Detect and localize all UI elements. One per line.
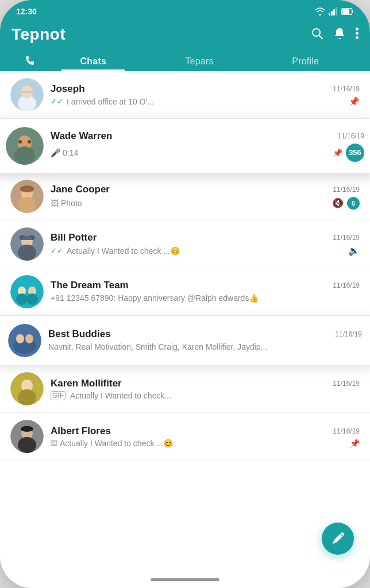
svg-point-27 [18, 245, 36, 261]
chat-date-wade: 11/16/19 [337, 132, 364, 140]
avatar-bestbuddies [8, 324, 41, 357]
tab-calls[interactable] [11, 49, 40, 71]
chat-name-joseph: Joseph [51, 83, 85, 95]
chat-item-albert[interactable]: Albert Flores 11/16/19 🖼 Actually I Want… [0, 413, 370, 461]
avatar-joseph [10, 78, 44, 111]
svg-rect-0 [329, 13, 330, 16]
chat-item-dreamteam[interactable]: The Dream Team 11/16/19 +91 12345 67890:… [0, 268, 370, 316]
avatar-bill [10, 227, 44, 261]
mute-icon-jane: 🔇 [332, 198, 344, 208]
signal-icon [329, 7, 338, 16]
avatar-wade [6, 127, 44, 165]
chat-meta-wade: 📌 356 [333, 144, 364, 162]
chat-info-albert: Albert Flores 11/16/19 🖼 Actually I Want… [51, 425, 360, 448]
status-icons [315, 7, 354, 16]
chat-date-joseph: 11/16/19 [333, 85, 360, 93]
avatar-dreamteam [10, 275, 44, 308]
double-check-icon: ✓✓ [51, 97, 63, 106]
header-actions [311, 27, 359, 42]
chat-info-bill: Bill Potter 11/16/19 ✓✓ Actually I Wante… [51, 232, 360, 256]
phone-frame: 12:30 Tepnot [0, 0, 370, 588]
tab-chats[interactable]: Chats [40, 51, 147, 71]
chat-info-bestbuddies: Best Buddies 11/16/19 Navnit, Real Motiv… [48, 328, 362, 353]
svg-rect-5 [342, 9, 349, 14]
chat-preview-karen: GIF Actually I Wanted to check... [51, 391, 360, 400]
svg-point-24 [20, 185, 34, 192]
double-check-icon-bill: ✓✓ [51, 246, 63, 255]
badge-wade: 356 [346, 144, 364, 162]
chat-info-wade: Wade Warren 11/16/19 🎤 0:14 📌 356 [51, 130, 364, 162]
search-icon[interactable] [311, 27, 323, 42]
chat-name-bestbuddies: Best Buddies [48, 328, 111, 340]
chat-date-dreamteam: 11/16/19 [333, 281, 360, 289]
svg-rect-28 [20, 235, 34, 240]
svg-point-36 [16, 334, 24, 343]
voice-icon-wade: 🎤 [51, 148, 60, 157]
svg-point-41 [18, 389, 36, 405]
chat-name-bill: Bill Potter [51, 232, 97, 243]
app-header: Tepnot [0, 21, 370, 71]
svg-line-7 [319, 35, 323, 38]
home-indicator [0, 571, 370, 588]
svg-point-8 [356, 28, 359, 30]
more-options-icon[interactable] [356, 27, 359, 42]
chat-date-albert: 11/16/19 [333, 427, 360, 435]
chat-info-joseph: Joseph 11/16/19 ✓✓ I arrived office at 1… [51, 83, 360, 107]
svg-point-19 [18, 140, 22, 144]
chat-info-jane: Jane Cooper 11/16/19 🖼 Photo 🔇 5 [51, 184, 360, 210]
badge-jane: 5 [347, 197, 360, 210]
svg-rect-3 [336, 7, 337, 16]
chat-name-wade: Wade Warren [51, 130, 112, 142]
chat-preview-wade: 🎤 0:14 [51, 148, 329, 157]
chat-meta-bill: 🔉 [348, 245, 360, 256]
chat-meta-jane: 🔇 5 [332, 197, 360, 210]
chat-info-karen: Karen Mollifiter 11/16/19 GIF Actually I… [51, 378, 360, 400]
chat-meta-joseph: 📌 [349, 96, 360, 107]
status-bar: 12:30 [0, 0, 370, 21]
chat-item-bill[interactable]: Bill Potter 11/16/19 ✓✓ Actually I Wante… [0, 220, 370, 268]
chat-info-dreamteam: The Dream Team 11/16/19 +91 12345 67890:… [51, 280, 360, 304]
svg-point-33 [26, 293, 38, 305]
chat-item-wade[interactable]: Wade Warren 11/16/19 🎤 0:14 📌 356 [0, 119, 370, 173]
tab-tepars[interactable]: Tepars [147, 51, 253, 71]
chat-name-karen: Karen Mollifiter [51, 378, 122, 389]
avatar-jane [10, 180, 44, 213]
svg-point-18 [14, 146, 35, 165]
chat-item-jane[interactable]: Jane Cooper 11/16/19 🖼 Photo 🔇 5 [0, 173, 370, 220]
pin-off-icon-albert: 📌 [350, 439, 360, 448]
svg-point-10 [356, 36, 359, 39]
chat-name-albert: Albert Flores [51, 425, 111, 437]
app-title: Tepnot [11, 25, 65, 44]
chat-item-bestbuddies[interactable]: Best Buddies 11/16/19 Navnit, Real Motiv… [0, 316, 370, 365]
photo-icon-albert: 🖼 [51, 439, 57, 447]
svg-rect-2 [333, 9, 335, 16]
avatar-karen [10, 372, 44, 405]
popup-bestbuddies: Best Buddies 11/16/19 Navnit, Real Motiv… [0, 316, 370, 365]
chat-name-jane: Jane Cooper [51, 184, 110, 195]
compose-fab[interactable] [322, 523, 354, 555]
chat-date-karen: 11/16/19 [333, 380, 360, 388]
svg-point-46 [18, 437, 36, 453]
notification-icon[interactable] [334, 27, 345, 42]
chat-item-karen[interactable]: Karen Mollifiter 11/16/19 GIF Actually I… [0, 365, 370, 413]
volume-icon-bill: 🔉 [348, 245, 360, 256]
chat-preview-bill: ✓✓ Actually I Wanted to check ...😊 [51, 246, 345, 256]
svg-point-32 [16, 293, 28, 305]
svg-point-47 [21, 426, 33, 432]
chat-item-joseph[interactable]: Joseph 11/16/19 ✓✓ I arrived office at 1… [0, 71, 370, 119]
header-top: Tepnot [11, 25, 359, 49]
chat-preview-joseph: ✓✓ I arrived office at 10 O'... [51, 97, 345, 106]
tab-bar: Chats Tepars Profile [11, 49, 359, 71]
chat-list: Joseph 11/16/19 ✓✓ I arrived office at 1… [0, 71, 370, 571]
chat-preview-dreamteam: +91 12345 67890: Happy anniversary @Ralp… [51, 293, 360, 304]
chat-preview-bestbuddies: Navnit, Real Motivation, Smith Craig, Ka… [48, 342, 362, 353]
chat-date-bestbuddies: 11/16/19 [335, 330, 362, 338]
wifi-icon [315, 7, 325, 16]
pin-off-icon-wade: 📌 [333, 148, 342, 157]
photo-icon-jane: 🖼 [51, 199, 59, 208]
chat-date-jane: 11/16/19 [333, 185, 360, 194]
pin-icon-joseph: 📌 [349, 96, 360, 107]
svg-point-20 [28, 140, 31, 144]
tab-profile[interactable]: Profile [252, 51, 359, 71]
chat-date-bill: 11/16/19 [333, 234, 360, 242]
